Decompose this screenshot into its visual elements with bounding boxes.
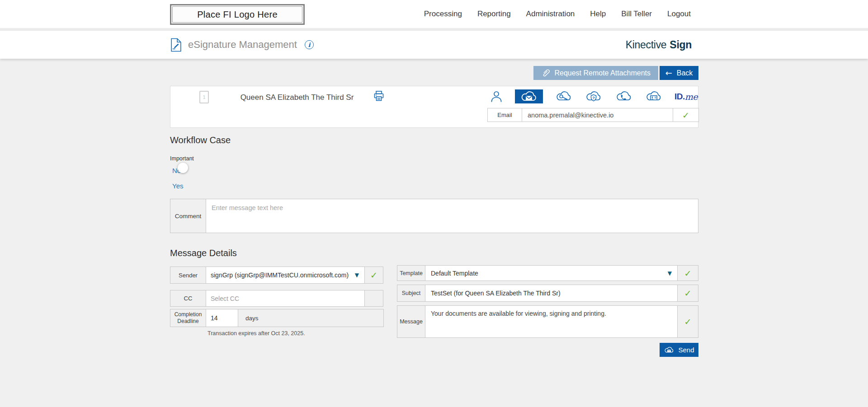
toolbar: Request Remote Attachments ← Back <box>533 66 698 80</box>
cc-row: CC <box>170 290 383 307</box>
deadline-input[interactable] <box>206 309 238 327</box>
esignature-management-page: Place FI Logo Here Processing Reporting … <box>0 0 868 407</box>
completion-deadline-row: Completion Deadline days <box>170 309 384 327</box>
sender-label: Sender <box>170 267 206 283</box>
sub-header: eSignature Management i Kinective Sign <box>0 31 868 59</box>
subject-input[interactable] <box>425 285 677 301</box>
delivery-method-bar: ? ID <box>490 89 698 104</box>
email-row: Email ✓ <box>487 108 699 122</box>
fi-logo-placeholder[interactable]: Place FI Logo Here <box>170 4 305 25</box>
email-label: Email <box>488 108 522 122</box>
nav-item-logout[interactable]: Logout <box>667 9 691 19</box>
check-icon: ✓ <box>682 110 689 120</box>
message-valid-cell: ✓ <box>678 306 698 337</box>
template-dropdown[interactable]: Default Template ▼ <box>425 266 678 281</box>
template-label: Template <box>397 266 425 281</box>
request-remote-attachments-label: Request Remote Attachments <box>554 69 651 77</box>
sender-value: signGrp (signGrp@IMMTestCU.onmicrosoft.c… <box>211 271 349 279</box>
subject-valid-cell: ✓ <box>678 285 698 301</box>
workflow-case-title: Workflow Case <box>170 135 231 145</box>
check-icon: ✓ <box>370 270 377 280</box>
person-icon[interactable] <box>490 89 503 103</box>
message-field-wrap: Your documents are available for viewing… <box>425 306 678 337</box>
cloud-shield-question-icon[interactable]: ? <box>585 90 603 103</box>
cloud-phone-icon[interactable] <box>615 90 633 103</box>
sender-row: Sender signGrp (signGrp@IMMTestCU.onmicr… <box>170 267 383 284</box>
nav-item-help[interactable]: Help <box>590 9 606 19</box>
back-arrow-icon: ← <box>665 69 672 77</box>
comment-field-wrap <box>206 199 698 233</box>
idme-logo[interactable]: ID.me <box>675 92 698 102</box>
printer-icon[interactable] <box>373 89 385 103</box>
back-label: Back <box>677 69 693 77</box>
brand-logo: Kinective Sign <box>626 31 692 59</box>
cc-label: CC <box>170 290 206 306</box>
important-toggle-knob[interactable] <box>178 163 188 173</box>
template-valid-cell: ✓ <box>678 266 698 281</box>
subject-row: Subject ✓ <box>397 285 698 302</box>
message-label: Message <box>397 306 425 337</box>
nav-item-reporting[interactable]: Reporting <box>477 9 511 19</box>
template-value: Default Template <box>431 270 478 277</box>
comment-label: Comment <box>170 199 206 233</box>
send-button[interactable]: Send <box>660 343 698 357</box>
cc-field-wrap <box>206 290 365 306</box>
cc-valid-cell <box>365 290 383 306</box>
idme-label-bold: ID. <box>675 92 685 102</box>
sender-dropdown[interactable]: signGrp (signGrp@IMMTestCU.onmicrosoft.c… <box>206 267 365 283</box>
email-valid-cell: ✓ <box>673 108 698 122</box>
check-icon: ✓ <box>684 317 692 327</box>
comment-row: Comment <box>170 199 698 233</box>
recipient-name: Queen SA Elizabeth The Third Sr <box>216 93 378 102</box>
sender-valid-cell: ✓ <box>365 267 383 283</box>
brand-product: Sign <box>670 39 692 51</box>
subject-field-wrap <box>425 285 678 301</box>
nav-item-user[interactable]: Bill Teller <box>621 9 652 19</box>
cloud-id-card-icon[interactable] <box>645 90 663 103</box>
nav-item-processing[interactable]: Processing <box>424 9 462 19</box>
esignature-doc-icon <box>170 38 182 52</box>
cloud-email-icon[interactable] <box>515 89 543 103</box>
important-label: Important <box>170 155 194 162</box>
deadline-field-wrap <box>206 309 238 327</box>
info-icon[interactable]: i <box>305 40 314 49</box>
fi-logo-label: Place FI Logo Here <box>172 6 302 23</box>
recipient-card: 1 Queen SA Elizabeth The Third Sr <box>170 86 698 128</box>
message-details-title: Message Details <box>170 248 237 258</box>
template-row: Template Default Template ▼ ✓ <box>397 265 698 281</box>
nav-menu: Processing Reporting Administration Help… <box>424 0 691 28</box>
page-title: eSignature Management <box>188 39 297 51</box>
cloud-send-icon <box>664 346 675 354</box>
idme-label-italic: me <box>685 92 698 102</box>
send-label: Send <box>678 346 694 354</box>
cc-input[interactable] <box>206 290 364 306</box>
deadline-unit-label: days <box>245 309 259 327</box>
check-icon: ✓ <box>684 288 692 298</box>
chevron-down-icon: ▼ <box>355 272 359 278</box>
important-option-yes[interactable]: Yes <box>172 182 183 190</box>
message-row: Message Your documents are available for… <box>397 305 698 338</box>
back-button[interactable]: ← Back <box>660 66 698 80</box>
brand-name: Kinective <box>626 39 667 51</box>
message-textarea[interactable]: Your documents are available for viewing… <box>425 306 677 337</box>
email-input[interactable] <box>522 108 673 122</box>
completion-deadline-label: Completion Deadline <box>170 309 206 327</box>
deadline-expiry-note: Transaction expires after Oct 23, 2025. <box>208 330 305 337</box>
svg-text:?: ? <box>593 96 595 100</box>
paperclip-icon <box>541 69 550 78</box>
comment-textarea[interactable] <box>206 199 698 233</box>
top-nav-bar: Place FI Logo Here Processing Reporting … <box>0 0 868 28</box>
document-count: 1 <box>203 94 205 100</box>
request-remote-attachments-button[interactable]: Request Remote Attachments <box>533 66 658 80</box>
document-count-icon: 1 <box>199 91 209 103</box>
subject-label: Subject <box>397 285 425 301</box>
nav-item-administration[interactable]: Administration <box>526 9 575 19</box>
check-icon: ✓ <box>684 268 692 278</box>
chevron-down-icon: ▼ <box>668 270 672 276</box>
cloud-key-icon[interactable] <box>555 90 573 103</box>
